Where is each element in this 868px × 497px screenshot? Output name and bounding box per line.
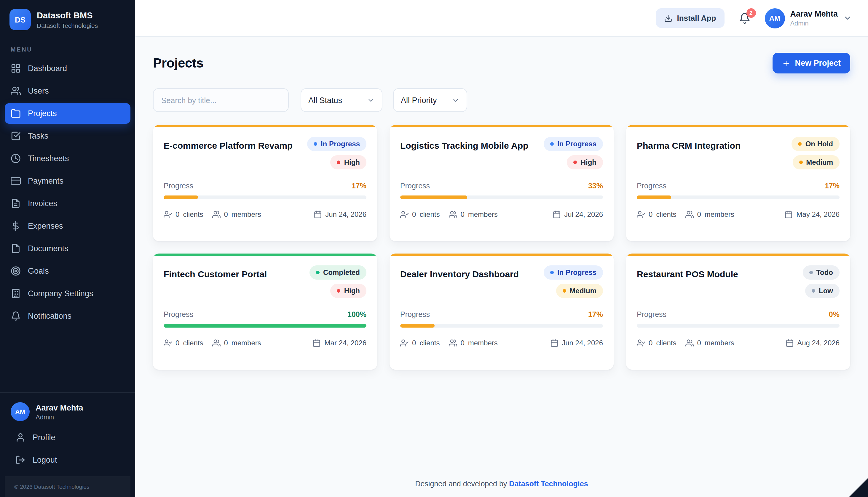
user-menu[interactable]: AM Aarav Mehta Admin <box>764 8 852 28</box>
sidebar-item-goals[interactable]: Goals <box>5 261 130 281</box>
project-card-2[interactable]: Logistics Tracking Mobile App In Progres… <box>389 125 614 241</box>
project-card-5[interactable]: Dealer Inventory Dashboard In Progress M… <box>389 254 614 370</box>
footer-company-link[interactable]: Datasoft Technologies <box>509 480 588 488</box>
members-count: 0 <box>224 339 228 347</box>
sidebar-item-notifications[interactable]: Notifications <box>5 306 130 326</box>
sidebar-copyright: © 2026 Datasoft Technologies <box>5 476 130 497</box>
progress-fill <box>400 324 435 328</box>
badges: In Progress High <box>307 137 367 169</box>
card-body: Pharma CRM Integration On Hold Medium Pr… <box>626 127 850 241</box>
clients-meta: 0 clients <box>400 210 440 218</box>
sidebar-user[interactable]: AM Aarav Mehta Admin <box>5 397 130 427</box>
due-date: Aug 24, 2026 <box>785 339 840 347</box>
bell-icon <box>11 311 21 321</box>
chevron-down-icon <box>843 14 852 23</box>
user-name: Aarav Mehta <box>790 10 838 18</box>
page-header: Projects New Project <box>153 53 850 73</box>
priority-label: High <box>581 158 596 167</box>
sidebar-item-dashboard[interactable]: Dashboard <box>5 58 130 79</box>
priority-dot <box>799 160 802 164</box>
sidebar-item-expenses[interactable]: Expenses <box>5 216 130 236</box>
progress-bar <box>637 196 840 199</box>
progress-bar <box>164 324 367 328</box>
progress-label: Progress <box>164 310 193 319</box>
brand-logo: DS <box>10 9 31 30</box>
badges: In Progress High <box>544 137 603 169</box>
sidebar-item-label: Documents <box>28 244 68 253</box>
topbar: Install App 2 AM Aarav Mehta Admin <box>135 0 868 37</box>
sidebar-item-invoices[interactable]: Invoices <box>5 193 130 214</box>
calendar-icon <box>552 210 561 218</box>
brand[interactable]: DS Datasoft BMS Datasoft Technologies <box>0 0 135 38</box>
priority-dot <box>812 289 815 293</box>
clients-count: 0 <box>649 210 652 218</box>
users-icon <box>449 339 457 347</box>
status-filter-select[interactable]: All Status <box>301 88 382 112</box>
user-icon <box>15 432 26 442</box>
sidebar-item-company-settings[interactable]: Company Settings <box>5 283 130 304</box>
card-meta: 0 clients 0 members Mar 24, 2026 <box>164 339 367 347</box>
clients-count: 0 <box>176 339 179 347</box>
sidebar-item-label: Dashboard <box>28 64 67 73</box>
members-label: members <box>705 339 734 347</box>
status-dot <box>798 142 802 146</box>
page-footer: Designed and developed by Datasoft Techn… <box>153 471 850 497</box>
members-label: members <box>468 339 498 347</box>
progress-row: Progress 17% <box>400 310 603 319</box>
projects-grid: E-commerce Platform Revamp In Progress H… <box>153 125 850 370</box>
status-label: On Hold <box>805 140 833 148</box>
project-card-6[interactable]: Restaurant POS Module Todo Low Progress … <box>626 254 850 370</box>
user-check-icon <box>400 210 409 218</box>
sidebar-item-timesheets[interactable]: Timesheets <box>5 148 130 169</box>
sidebar-item-tasks[interactable]: Tasks <box>5 126 130 146</box>
sidebar-item-projects[interactable]: Projects <box>5 103 130 124</box>
sidebar-item-logout[interactable]: Logout <box>10 450 126 470</box>
progress-row: Progress 100% <box>164 310 367 319</box>
progress-fill <box>400 196 467 199</box>
app-name: Datasoft BMS <box>37 10 98 20</box>
notifications-button[interactable]: 2 <box>739 12 750 24</box>
progress-row: Progress 33% <box>400 182 603 190</box>
clock-icon <box>11 153 21 164</box>
sidebar-item-profile[interactable]: Profile <box>10 427 126 448</box>
download-icon <box>664 14 672 22</box>
project-title: Pharma CRM Integration <box>637 137 741 169</box>
progress-percent: 33% <box>588 182 603 190</box>
project-card-4[interactable]: Fintech Customer Portal Completed High P… <box>153 254 377 370</box>
project-title: Logistics Tracking Mobile App <box>400 137 528 169</box>
sidebar-item-payments[interactable]: Payments <box>5 171 130 191</box>
status-badge: Completed <box>309 265 367 280</box>
progress-bar <box>164 196 367 199</box>
clients-label: clients <box>656 339 676 347</box>
new-project-button[interactable]: New Project <box>772 53 850 73</box>
status-dot <box>314 142 317 146</box>
progress-label: Progress <box>637 182 666 190</box>
progress-percent: 100% <box>347 310 367 319</box>
priority-filter-select[interactable]: All Priority <box>393 88 467 112</box>
card-body: Logistics Tracking Mobile App In Progres… <box>389 127 614 241</box>
card-body: Restaurant POS Module Todo Low Progress … <box>626 256 850 370</box>
due-date: Mar 24, 2026 <box>313 339 367 347</box>
sidebar-item-documents[interactable]: Documents <box>5 238 130 259</box>
check-square-icon <box>11 131 21 141</box>
card-body: E-commerce Platform Revamp In Progress H… <box>153 127 377 241</box>
search-input[interactable] <box>153 88 289 112</box>
avatar: AM <box>11 402 30 421</box>
card-accent-bar <box>389 125 614 127</box>
due-date: Jun 24, 2026 <box>313 210 367 218</box>
project-card-1[interactable]: E-commerce Platform Revamp In Progress H… <box>153 125 377 241</box>
progress-label: Progress <box>400 182 430 190</box>
date-text: Jun 24, 2026 <box>325 210 367 218</box>
project-card-3[interactable]: Pharma CRM Integration On Hold Medium Pr… <box>626 125 850 241</box>
clients-label: clients <box>183 210 203 218</box>
logout-label: Logout <box>32 456 57 465</box>
chevron-down-icon <box>367 96 375 104</box>
company-name: Datasoft Technologies <box>37 22 98 29</box>
page-content: Projects New Project All Status All Prio… <box>135 37 868 497</box>
date-text: Jun 24, 2026 <box>562 339 603 347</box>
install-app-button[interactable]: Install App <box>656 8 724 28</box>
date-text: May 24, 2026 <box>797 210 840 218</box>
priority-badge: Medium <box>556 284 603 298</box>
clients-meta: 0 clients <box>400 339 440 347</box>
sidebar-item-users[interactable]: Users <box>5 81 130 101</box>
